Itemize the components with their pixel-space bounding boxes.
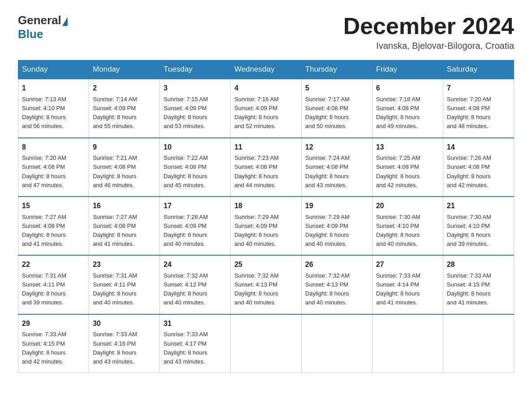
day-number: 22 (22, 259, 85, 270)
calendar-cell: 12Sunrise: 7:24 AMSunset: 4:08 PMDayligh… (301, 138, 372, 197)
day-number: 14 (447, 142, 510, 153)
day-info: Sunrise: 7:14 AMSunset: 4:09 PMDaylight:… (93, 95, 156, 131)
calendar-cell: 9Sunrise: 7:21 AMSunset: 4:08 PMDaylight… (89, 138, 160, 197)
header-friday: Friday (372, 60, 443, 79)
day-info: Sunrise: 7:29 AMSunset: 4:09 PMDaylight:… (305, 213, 369, 249)
calendar-cell (301, 314, 372, 373)
day-info: Sunrise: 7:13 AMSunset: 4:10 PMDaylight:… (22, 95, 85, 131)
day-number: 29 (22, 318, 85, 330)
day-number: 7 (447, 83, 510, 94)
day-info: Sunrise: 7:17 AMSunset: 4:08 PMDaylight:… (305, 95, 369, 131)
day-number: 26 (305, 259, 369, 270)
day-info: Sunrise: 7:21 AMSunset: 4:08 PMDaylight:… (93, 154, 156, 190)
week-row-1: 1Sunrise: 7:13 AMSunset: 4:10 PMDaylight… (18, 79, 514, 137)
day-info: Sunrise: 7:27 AMSunset: 4:08 PMDaylight:… (22, 213, 85, 249)
day-info: Sunrise: 7:28 AMSunset: 4:09 PMDaylight:… (163, 213, 227, 249)
day-number: 16 (93, 201, 156, 212)
calendar-cell: 25Sunrise: 7:32 AMSunset: 4:13 PMDayligh… (231, 255, 301, 314)
calendar-cell: 22Sunrise: 7:31 AMSunset: 4:11 PMDayligh… (18, 255, 89, 314)
day-number: 15 (22, 201, 85, 212)
day-info: Sunrise: 7:29 AMSunset: 4:09 PMDaylight:… (234, 213, 297, 249)
day-number: 8 (22, 142, 85, 153)
calendar-cell: 8Sunrise: 7:20 AMSunset: 4:08 PMDaylight… (18, 138, 89, 197)
calendar-cell: 30Sunrise: 7:33 AMSunset: 4:16 PMDayligh… (89, 314, 160, 373)
calendar-cell: 13Sunrise: 7:25 AMSunset: 4:08 PMDayligh… (372, 138, 443, 197)
day-number: 13 (376, 142, 439, 153)
day-number: 19 (305, 201, 369, 212)
calendar-cell: 4Sunrise: 7:16 AMSunset: 4:09 PMDaylight… (231, 79, 301, 137)
calendar-cell (372, 314, 443, 373)
day-number: 31 (163, 318, 227, 330)
week-row-2: 8Sunrise: 7:20 AMSunset: 4:08 PMDaylight… (18, 138, 514, 197)
day-info: Sunrise: 7:33 AMSunset: 4:15 PMDaylight:… (22, 330, 85, 366)
day-number: 28 (447, 259, 510, 270)
calendar-cell: 26Sunrise: 7:32 AMSunset: 4:13 PMDayligh… (301, 255, 372, 314)
day-number: 2 (93, 83, 156, 94)
day-number: 17 (163, 201, 227, 212)
calendar-table: SundayMondayTuesdayWednesdayThursdayFrid… (18, 60, 514, 373)
day-info: Sunrise: 7:32 AMSunset: 4:13 PMDaylight:… (305, 271, 369, 308)
day-number: 3 (163, 83, 227, 94)
day-number: 5 (305, 83, 369, 94)
day-number: 6 (376, 83, 439, 94)
header-wednesday: Wednesday (231, 60, 301, 79)
calendar-cell: 20Sunrise: 7:30 AMSunset: 4:10 PMDayligh… (372, 197, 443, 255)
day-number: 23 (93, 259, 156, 270)
calendar-header-row: SundayMondayTuesdayWednesdayThursdayFrid… (18, 60, 514, 79)
day-info: Sunrise: 7:18 AMSunset: 4:08 PMDaylight:… (376, 95, 439, 131)
page-header: General Blue December 2024 Ivanska, Bjel… (18, 13, 514, 51)
header-thursday: Thursday (301, 60, 372, 79)
header-saturday: Saturday (443, 60, 514, 79)
calendar-cell: 11Sunrise: 7:23 AMSunset: 4:08 PMDayligh… (231, 138, 301, 197)
calendar-cell: 24Sunrise: 7:32 AMSunset: 4:12 PMDayligh… (160, 255, 231, 314)
day-number: 27 (376, 259, 439, 270)
day-info: Sunrise: 7:32 AMSunset: 4:13 PMDaylight:… (234, 271, 297, 308)
day-info: Sunrise: 7:31 AMSunset: 4:11 PMDaylight:… (93, 271, 156, 308)
logo: General Blue (18, 13, 68, 41)
calendar-cell: 2Sunrise: 7:14 AMSunset: 4:09 PMDaylight… (89, 79, 160, 137)
day-info: Sunrise: 7:27 AMSunset: 4:08 PMDaylight:… (93, 213, 156, 249)
week-row-3: 15Sunrise: 7:27 AMSunset: 4:08 PMDayligh… (18, 197, 514, 255)
calendar-cell: 15Sunrise: 7:27 AMSunset: 4:08 PMDayligh… (18, 197, 89, 255)
calendar-cell: 6Sunrise: 7:18 AMSunset: 4:08 PMDaylight… (372, 79, 443, 137)
day-number: 21 (447, 201, 510, 212)
day-info: Sunrise: 7:33 AMSunset: 4:14 PMDaylight:… (376, 271, 439, 308)
day-number: 18 (234, 201, 297, 212)
logo-triangle-icon (62, 17, 68, 26)
day-info: Sunrise: 7:32 AMSunset: 4:12 PMDaylight:… (163, 271, 227, 308)
day-info: Sunrise: 7:31 AMSunset: 4:11 PMDaylight:… (22, 271, 85, 308)
day-number: 10 (163, 142, 227, 153)
week-row-5: 29Sunrise: 7:33 AMSunset: 4:15 PMDayligh… (18, 314, 514, 373)
day-info: Sunrise: 7:33 AMSunset: 4:15 PMDaylight:… (447, 271, 510, 308)
calendar-cell: 1Sunrise: 7:13 AMSunset: 4:10 PMDaylight… (18, 79, 89, 137)
day-number: 4 (234, 83, 297, 94)
location-title: Ivanska, Bjelovar-Bilogora, Croatia (343, 41, 514, 51)
logo-general-text: General (18, 13, 61, 27)
day-info: Sunrise: 7:22 AMSunset: 4:08 PMDaylight:… (163, 154, 227, 190)
calendar-cell: 21Sunrise: 7:30 AMSunset: 4:10 PMDayligh… (443, 197, 514, 255)
calendar-cell: 29Sunrise: 7:33 AMSunset: 4:15 PMDayligh… (18, 314, 89, 373)
calendar-cell: 27Sunrise: 7:33 AMSunset: 4:14 PMDayligh… (372, 255, 443, 314)
day-number: 11 (234, 142, 297, 153)
calendar-cell: 10Sunrise: 7:22 AMSunset: 4:08 PMDayligh… (160, 138, 231, 197)
calendar-cell: 19Sunrise: 7:29 AMSunset: 4:09 PMDayligh… (301, 197, 372, 255)
day-info: Sunrise: 7:33 AMSunset: 4:16 PMDaylight:… (93, 330, 156, 366)
month-title: December 2024 (343, 13, 514, 39)
calendar-cell: 28Sunrise: 7:33 AMSunset: 4:15 PMDayligh… (443, 255, 514, 314)
day-info: Sunrise: 7:24 AMSunset: 4:08 PMDaylight:… (305, 154, 369, 190)
header-sunday: Sunday (18, 60, 89, 79)
day-info: Sunrise: 7:25 AMSunset: 4:08 PMDaylight:… (376, 154, 439, 190)
calendar-cell: 14Sunrise: 7:26 AMSunset: 4:08 PMDayligh… (443, 138, 514, 197)
header-tuesday: Tuesday (160, 60, 231, 79)
day-info: Sunrise: 7:30 AMSunset: 4:10 PMDaylight:… (447, 213, 510, 249)
calendar-cell: 16Sunrise: 7:27 AMSunset: 4:08 PMDayligh… (89, 197, 160, 255)
day-info: Sunrise: 7:33 AMSunset: 4:17 PMDaylight:… (163, 330, 227, 366)
calendar-cell: 31Sunrise: 7:33 AMSunset: 4:17 PMDayligh… (160, 314, 231, 373)
day-number: 24 (163, 259, 227, 270)
day-info: Sunrise: 7:20 AMSunset: 4:08 PMDaylight:… (447, 95, 510, 131)
day-info: Sunrise: 7:30 AMSunset: 4:10 PMDaylight:… (376, 213, 439, 249)
calendar-cell (231, 314, 301, 373)
title-section: December 2024 Ivanska, Bjelovar-Bilogora… (343, 13, 514, 51)
calendar-cell: 3Sunrise: 7:15 AMSunset: 4:09 PMDaylight… (160, 79, 231, 137)
day-number: 25 (234, 259, 297, 270)
